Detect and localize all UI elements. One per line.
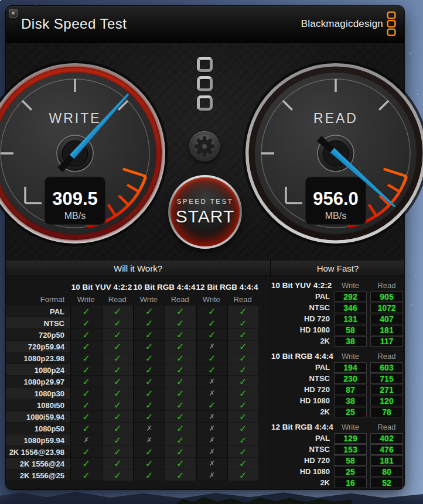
mark-cell: ✓ [133,469,165,481]
value-cell-wrap: 38 [332,336,369,347]
x-icon: ✗ [209,413,215,421]
mark-cell: ✓ [70,469,102,481]
mark-cell: ✓ [102,399,134,411]
read-value: 181 [370,325,403,335]
check-icon: ✓ [239,470,247,481]
mark-cell: ✓ [133,317,165,329]
read-value: 1072 [370,303,403,313]
check-icon: ✓ [114,423,121,434]
check-icon: ✓ [176,306,184,317]
value-cell-wrap: 25 [332,407,369,417]
titlebar[interactable]: × Disk Speed Test Blackmagicdesign [6,6,404,42]
write-column-header: Write [332,281,369,290]
how-fast-section: 10 Bit YUV 4:2:2WriteReadPAL292905NTSC34… [271,280,404,347]
mark-cell: ✓ [165,352,196,364]
x-icon: ✗ [209,424,215,433]
check-icon: ✓ [114,447,121,458]
check-icon: ✓ [176,388,184,399]
format-label: NTSC [271,374,332,383]
table-row: 720p59.94✓✓✓✓✗✓ [6,341,271,352]
x-icon: ✗ [209,471,215,479]
mark-cell: ✓ [227,329,259,341]
check-icon: ✓ [145,376,153,388]
mark-cell: ✓ [165,317,196,329]
check-icon: ✓ [83,400,90,411]
mark-cell: ✓ [165,341,196,352]
mark-cell: ✓ [133,458,165,469]
check-icon: ✓ [83,458,90,469]
check-icon: ✓ [239,318,247,329]
table-row: NTSC✓✓✓✓✓✓ [6,317,271,329]
table-row: HD 720131407 [271,313,404,324]
mark-cell: ✓ [165,329,196,341]
check-icon: ✓ [239,365,247,376]
read-value: 905 [370,292,403,302]
check-icon: ✓ [176,470,184,481]
how-fast-table: 10 Bit YUV 4:2:2WriteReadPAL292905NTSC34… [271,280,404,492]
check-icon: ✓ [83,423,90,434]
check-icon: ✓ [208,353,216,364]
mark-cell: ✓ [227,317,259,329]
how-fast-section: 10 Bit RGB 4:4:4WriteReadPAL194603NTSC23… [271,351,404,417]
read-value: 603 [370,362,403,373]
mark-cell: ✓ [102,469,134,481]
check-icon: ✓ [145,447,153,458]
settings-button[interactable] [189,131,220,162]
format-label: HD 1080 [271,467,332,476]
read-value: 271 [370,385,403,395]
check-icon: ✓ [114,376,121,388]
table-row: NTSC230715 [271,373,404,384]
mark-cell: ✗ [133,423,165,434]
mark-cell: ✓ [165,376,196,388]
check-icon: ✓ [83,353,90,364]
format-label: 2K [271,407,332,416]
table-row: PAL129402 [271,433,404,444]
table-row: 2K38117 [271,335,404,347]
table-row: HD 72058181 [271,455,404,466]
check-icon: ✓ [208,318,216,329]
check-icon: ✓ [145,458,153,469]
check-icon: ✓ [208,365,216,376]
check-icon: ✓ [114,306,121,317]
format-label: 1080p30 [6,388,70,399]
table-row: PAL✓✓✓✓✓✓ [6,306,271,317]
mark-cell: ✓ [102,411,134,423]
mark-cell: ✓ [102,446,134,458]
value-cell-wrap: 16 [332,478,369,488]
section-header-row: 10 Bit YUV 4:2:2WriteRead [271,280,404,291]
mark-cell: ✓ [227,376,259,388]
table-group-header-row: 10 Bit YUV 4:2:210 Bit RGB 4:4:412 Bit R… [6,281,271,293]
write-value: 16 [334,478,367,488]
check-icon: ✓ [145,365,153,376]
check-icon: ✓ [176,341,184,352]
mark-cell: ✓ [133,446,165,458]
close-button[interactable]: × [9,9,18,18]
start-button[interactable]: SPEED TEST START [168,175,242,249]
read-value: 78 [370,407,403,417]
table-row: HD 72087271 [271,384,404,395]
check-icon: ✓ [83,447,90,458]
section-label: 12 Bit RGB 4:4:4 [271,423,332,431]
table-row: 1080p29.97✓✓✓✓✗✓ [6,376,271,388]
mark-cell: ✗ [196,411,227,423]
table-row: 1080p24✓✓✓✓✓✓ [6,364,271,376]
check-icon: ✓ [114,365,121,376]
start-button-face: SPEED TEST START [170,177,240,246]
will-it-work-title: Will it Work? [6,260,271,276]
value-cell-wrap: 181 [369,325,405,335]
read-value: 402 [370,433,403,444]
table-row: 2K 1556@24✓✓✓✓✗✓ [6,458,271,469]
value-cell-wrap: 120 [369,396,405,406]
mark-cell: ✗ [70,434,102,446]
value-cell-wrap: 78 [369,407,405,417]
format-label: PAL [271,363,332,372]
mark-cell: ✗ [196,458,227,469]
check-icon: ✓ [176,318,184,329]
table-row: HD 108038120 [271,395,404,406]
mark-cell: ✓ [196,329,227,341]
format-label: 1080p59.94 [6,434,70,446]
check-icon: ✓ [83,470,90,481]
write-value: 194 [334,362,367,373]
x-icon: ✗ [209,448,215,456]
table-row: 1080i59.94✓✓✓✓✗✓ [6,411,271,423]
